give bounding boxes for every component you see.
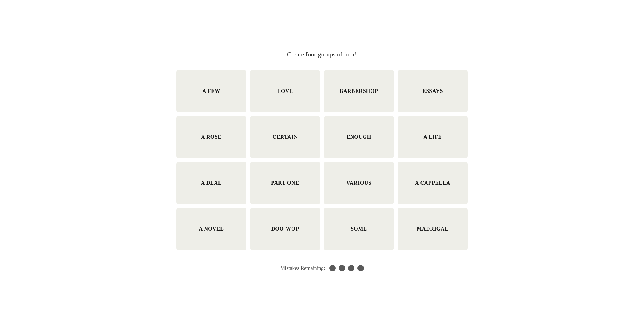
- mistake-dot-4: [357, 265, 364, 271]
- tile-a-few[interactable]: A FEW: [176, 70, 246, 112]
- tile-a-cappella[interactable]: A CAPPELLA: [398, 162, 468, 204]
- tile-a-deal[interactable]: A DEAL: [176, 162, 246, 204]
- tile-enough[interactable]: ENOUGH: [324, 116, 394, 158]
- tile-love-label: LOVE: [277, 88, 293, 94]
- tile-a-deal-label: A DEAL: [201, 180, 222, 186]
- tile-essays-label: ESSAYS: [422, 88, 443, 94]
- tile-a-novel-label: A NOVEL: [199, 226, 224, 232]
- tile-a-cappella-label: A CAPPELLA: [415, 180, 451, 186]
- mistakes-label: Mistakes Remaining:: [280, 265, 325, 271]
- tile-madrigal[interactable]: MADRIGAL: [398, 208, 468, 250]
- tile-certain-label: CERTAIN: [273, 134, 298, 140]
- tile-barbershop-label: BARBERSHOP: [340, 88, 378, 94]
- tile-part-one-label: PART ONE: [271, 180, 299, 186]
- tile-certain[interactable]: CERTAIN: [250, 116, 320, 158]
- tile-some[interactable]: SOME: [324, 208, 394, 250]
- tile-a-rose[interactable]: A ROSE: [176, 116, 246, 158]
- tile-various-label: VARIOUS: [346, 180, 371, 186]
- tile-grid: A FEWLOVEBARBERSHOPESSAYSA ROSECERTAINEN…: [176, 70, 468, 250]
- tile-a-life[interactable]: A LIFE: [398, 116, 468, 158]
- tile-a-novel[interactable]: A NOVEL: [176, 208, 246, 250]
- mistakes-dots: [329, 265, 364, 271]
- tile-doo-wop-label: DOO-WOP: [271, 226, 299, 232]
- mistake-dot-2: [339, 265, 345, 271]
- mistake-dot-1: [329, 265, 336, 271]
- tile-love[interactable]: LOVE: [250, 70, 320, 112]
- tile-a-few-label: A FEW: [202, 88, 220, 94]
- tile-various[interactable]: VARIOUS: [324, 162, 394, 204]
- game-container: Create four groups of four! A FEWLOVEBAR…: [167, 51, 477, 271]
- tile-a-rose-label: A ROSE: [201, 134, 222, 140]
- tile-madrigal-label: MADRIGAL: [417, 226, 448, 232]
- tile-barbershop[interactable]: BARBERSHOP: [324, 70, 394, 112]
- tile-some-label: SOME: [351, 226, 367, 232]
- mistake-dot-3: [348, 265, 354, 271]
- mistakes-section: Mistakes Remaining:: [280, 265, 364, 271]
- tile-enough-label: ENOUGH: [347, 134, 371, 140]
- tile-part-one[interactable]: PART ONE: [250, 162, 320, 204]
- tile-a-life-label: A LIFE: [424, 134, 442, 140]
- tile-essays[interactable]: ESSAYS: [398, 70, 468, 112]
- game-subtitle: Create four groups of four!: [287, 51, 357, 58]
- tile-doo-wop[interactable]: DOO-WOP: [250, 208, 320, 250]
